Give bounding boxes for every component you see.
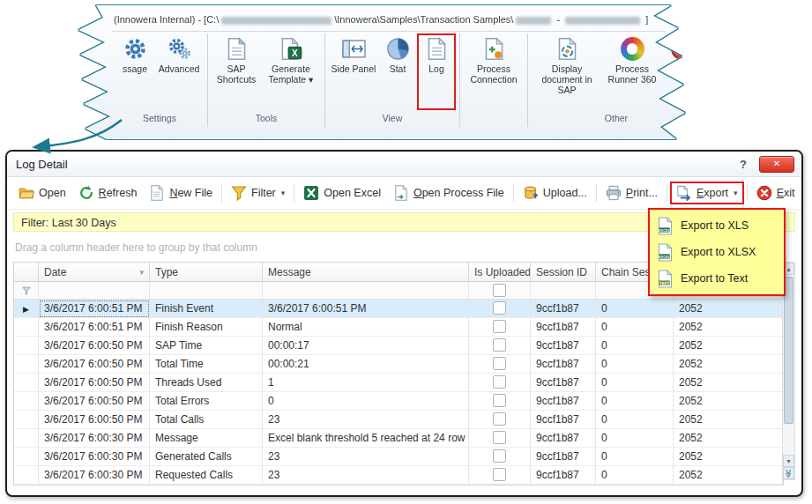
cell-type: Total Calls <box>150 411 263 429</box>
is-uploaded-checkbox[interactable] <box>493 338 506 352</box>
filter-dropdown-icon[interactable]: ▾ <box>139 263 144 282</box>
filter-cell-type[interactable] <box>150 282 263 300</box>
column-header-is-uploaded[interactable]: Is Uploaded <box>469 263 531 282</box>
table-row[interactable]: 3/6/2017 6:00:50 PMTotal Calls239ccf1b87… <box>14 411 783 429</box>
ribbon-button-label: Stat <box>390 63 406 74</box>
cell-date: 3/6/2017 6:00:50 PM <box>39 374 150 392</box>
ribbon-exit-button[interactable]: Ex <box>662 33 701 110</box>
cell-message: 1 <box>263 374 469 392</box>
cell-message: 00:00:21 <box>263 355 469 374</box>
row-indicator: ▶ <box>14 300 39 318</box>
menu-item-export-to-xlsx[interactable]: EXCELExport to XLSX <box>650 239 784 265</box>
cell-date: 3/6/2017 6:00:50 PM <box>39 337 150 355</box>
scroll-down-button[interactable]: ▾ <box>783 455 794 467</box>
open-button[interactable]: Open <box>12 182 72 204</box>
row-indicator <box>14 374 39 392</box>
open-excel-button[interactable]: Open Excel <box>297 182 387 204</box>
cell-type: Finish Reason <box>150 318 263 337</box>
refresh-button[interactable]: Refresh <box>72 182 144 204</box>
cell-col7: 2052 <box>674 355 783 374</box>
advanced-button[interactable]: Advanced <box>154 33 204 110</box>
scroll-page-down-button[interactable]: ≫ <box>783 467 794 479</box>
log-button[interactable]: Log <box>417 33 456 110</box>
stat-button[interactable]: Stat <box>378 33 417 110</box>
help-button[interactable]: ? <box>740 158 747 171</box>
toolbar-separator <box>513 184 514 202</box>
table-row[interactable]: 3/6/2017 6:00:50 PMThreads Used19ccf1b87… <box>14 374 783 392</box>
exit-button[interactable]: Exit <box>750 182 801 204</box>
cell-session-id: 9ccf1b87 <box>531 355 596 374</box>
is-uploaded-checkbox[interactable] <box>493 301 506 315</box>
upload-button[interactable]: Upload... <box>517 182 593 204</box>
row-indicator <box>14 337 39 355</box>
filter-cell-date[interactable] <box>39 282 150 300</box>
toolbar-button-label: Filter <box>251 187 276 199</box>
cell-session-id: 9ccf1b87 <box>531 337 596 355</box>
refresh-icon <box>78 185 94 201</box>
selected-row-arrow-icon: ▶ <box>23 305 29 314</box>
filter-cell-session-id[interactable] <box>531 282 596 300</box>
scrollbar-track[interactable] <box>783 275 794 455</box>
cell-type: Finish Event <box>150 300 263 318</box>
is-uploaded-checkbox[interactable] <box>493 412 506 426</box>
row-indicator-header <box>14 263 39 282</box>
chevron-down-icon: ▾ <box>281 189 286 197</box>
scrollbar-thumb[interactable] <box>784 277 793 424</box>
display-document-in-sap-button[interactable]: Display document in SAP <box>532 33 602 110</box>
pie-chart-icon <box>386 37 410 61</box>
row-indicator <box>14 318 39 337</box>
cell-date: 3/6/2017 6:00:50 PM <box>39 411 150 429</box>
folder-open-icon <box>19 185 34 201</box>
menu-item-export-to-xls[interactable]: EXCELExport to XLS <box>650 212 784 239</box>
is-uploaded-checkbox[interactable] <box>493 375 506 389</box>
message-button[interactable]: ssage <box>115 33 154 110</box>
menu-item-export-to-text[interactable]: TEXTExport to Text <box>650 265 784 292</box>
is-uploaded-checkbox[interactable] <box>493 468 506 481</box>
open-process-file-button[interactable]: Open Process File <box>387 182 510 204</box>
column-header-date[interactable]: Date▾ <box>39 263 150 282</box>
table-row[interactable]: 3/6/2017 6:00:50 PMTotal Time00:00:219cc… <box>14 355 783 374</box>
table-row[interactable]: 3/6/2017 6:00:30 PMMessageExcel blank th… <box>14 429 783 448</box>
ribbon-group-buttons: Process Connection <box>464 33 524 110</box>
table-row[interactable]: 3/6/2017 6:00:30 PMGenerated Calls239ccf… <box>14 448 783 466</box>
process-runner-360-button[interactable]: Process Runner 360 <box>602 33 662 110</box>
process-connection-button[interactable]: Process Connection <box>464 33 524 110</box>
table-row[interactable]: 3/6/2017 6:00:51 PMFinish ReasonNormal9c… <box>14 318 783 337</box>
column-header-type[interactable]: Type <box>150 263 263 282</box>
cell-is-uploaded <box>469 374 531 392</box>
new-file-button[interactable]: New File <box>143 182 219 204</box>
is-uploaded-checkbox[interactable] <box>493 357 506 370</box>
print-button[interactable]: Print... <box>600 182 664 204</box>
table-row[interactable]: ▶3/6/2017 6:00:51 PMFinish Event3/6/2017… <box>14 300 783 318</box>
toolbar-separator <box>667 184 667 202</box>
table-row[interactable]: 3/6/2017 6:00:50 PMSAP Time00:00:179ccf1… <box>14 337 783 355</box>
cell-is-uploaded <box>469 318 531 337</box>
column-header-session-id[interactable]: Session ID <box>531 263 596 282</box>
is-uploaded-checkbox[interactable] <box>493 449 506 463</box>
ribbon-group-buttons: SAP ShortcutsXGenerate Template ▾ <box>212 33 321 110</box>
log-detail-window: Log Detail ? ✕ OpenRefreshNew FileFilter… <box>5 150 803 497</box>
filter-cell-is-uploaded[interactable] <box>469 282 531 300</box>
is-uploaded-checkbox[interactable] <box>493 431 506 444</box>
display-document-icon <box>555 37 579 61</box>
filter-button[interactable]: Filter▾ <box>225 182 291 204</box>
sap-shortcuts-button[interactable]: SAP Shortcuts <box>212 33 261 110</box>
ribbon-button-label: Generate Template ▾ <box>261 63 321 85</box>
filter-cell-message[interactable] <box>263 282 469 300</box>
is-uploaded-checkbox[interactable] <box>493 320 506 333</box>
cell-session-id: 9ccf1b87 <box>531 429 596 448</box>
table-row[interactable]: 3/6/2017 6:00:30 PMRequested Calls239ccf… <box>14 466 783 485</box>
log-toolbar: OpenRefreshNew FileFilter▾Open ExcelOpen… <box>7 177 801 210</box>
is-uploaded-filter-checkbox[interactable] <box>493 284 506 297</box>
generate-template-button[interactable]: XGenerate Template ▾ <box>261 33 321 110</box>
table-row[interactable]: 3/6/2017 6:00:50 PMTotal Errors09ccf1b87… <box>14 392 783 411</box>
cell-chain-session: 0 <box>596 300 674 318</box>
side-panel-button[interactable]: Side Panel <box>329 33 378 110</box>
cell-session-id: 9ccf1b87 <box>531 374 596 392</box>
close-button[interactable]: ✕ <box>759 156 794 173</box>
export-button[interactable]: Export▾ <box>670 182 744 204</box>
column-header-message[interactable]: Message <box>263 263 469 282</box>
is-uploaded-checkbox[interactable] <box>493 394 506 407</box>
redacted-text <box>516 17 551 25</box>
cell-date: 3/6/2017 6:00:50 PM <box>39 355 150 374</box>
